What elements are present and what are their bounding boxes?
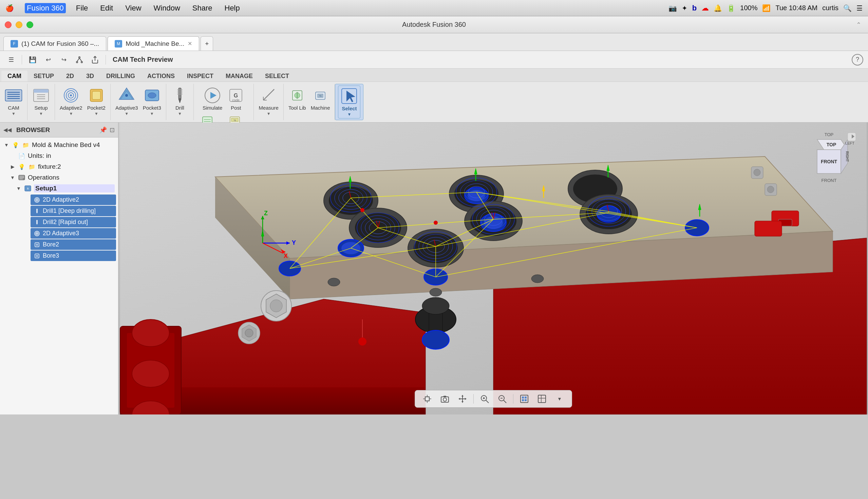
3d-pocket-label: Pocket3 xyxy=(143,105,161,111)
share-button[interactable] xyxy=(89,54,101,65)
tree-operations[interactable]: ▼ Operations xyxy=(0,172,118,183)
svg-point-2 xyxy=(81,61,83,63)
machine-library-label: Machine xyxy=(311,105,330,111)
hamburger-menu-button[interactable]: ☰ xyxy=(5,54,18,65)
undo-button[interactable]: ↩ xyxy=(42,54,54,65)
op-drill1[interactable]: Drill1 [Deep drilling] xyxy=(30,206,116,216)
op-bore3[interactable]: Bore3 xyxy=(30,251,116,261)
tab-new[interactable]: + xyxy=(200,36,213,51)
menu-view[interactable]: View xyxy=(123,3,143,13)
tab-mold[interactable]: M Mold _Machine Be... ✕ xyxy=(108,36,199,51)
measure-icon xyxy=(260,87,277,104)
svg-line-241 xyxy=(504,400,506,403)
ribbon-tab-3d[interactable]: 3D xyxy=(80,71,100,82)
cam-dropdown-arrow: ▼ xyxy=(12,111,16,116)
ribbon-group-3d: Adaptive3 ▼ Pocket3 ▼ xyxy=(111,84,166,120)
operations-expand[interactable]: ▼ xyxy=(10,175,16,180)
close-button[interactable] xyxy=(5,21,12,28)
browser-pin-button[interactable]: 📌 xyxy=(99,126,107,134)
menu-file[interactable]: File xyxy=(74,3,90,13)
bottom-toolbar-sep-2 xyxy=(513,394,513,404)
op-bore3-icon xyxy=(34,253,40,259)
svg-text:LEFT: LEFT xyxy=(845,141,854,145)
op-drill2[interactable]: Drill2 [Rapid out] xyxy=(30,217,116,228)
window-expand[interactable]: ⌃ xyxy=(856,21,861,28)
op-2d-adaptive3[interactable]: 2D Adaptive3 xyxy=(30,228,116,239)
fixture-expand[interactable]: ▶ xyxy=(10,164,16,169)
drill-tool-button[interactable]: Drill ▼ xyxy=(169,85,191,118)
cam-tool-button[interactable]: CAM ▼ xyxy=(3,85,24,118)
op-2d-adaptive2[interactable]: 2D Adaptive2 xyxy=(30,195,116,205)
ribbon-tab-2d[interactable]: 2D xyxy=(60,71,80,82)
camera-button[interactable] xyxy=(438,393,452,405)
3d-adaptive-icon xyxy=(118,87,135,104)
ribbon-tab-drilling[interactable]: DRILLING xyxy=(100,71,141,82)
notification-icon: 🔔 xyxy=(714,4,722,12)
ribbon-tab-cam[interactable]: CAM xyxy=(1,71,27,82)
redo-button[interactable]: ↪ xyxy=(57,54,70,65)
menu-window[interactable]: Window xyxy=(152,3,182,13)
tab-close-button[interactable]: ✕ xyxy=(188,40,192,47)
setup-dropdown: ▼ xyxy=(39,111,43,116)
menu-icon[interactable]: ☰ xyxy=(856,4,863,12)
cam-icon xyxy=(5,87,22,104)
display-dropdown-button[interactable]: ▼ xyxy=(553,393,566,405)
measure-button[interactable]: Measure ▼ xyxy=(257,85,280,118)
search-icon[interactable]: 🔍 xyxy=(843,4,852,12)
post-process-button[interactable]: G code Post xyxy=(225,85,247,112)
3d-adaptive-button[interactable]: Adaptive3 ▼ xyxy=(113,85,140,118)
2d-adaptive-button[interactable]: Adaptive2 ▼ xyxy=(58,85,85,118)
tree-fixture[interactable]: ▶ 💡 📁 fixture:2 xyxy=(0,161,118,172)
battery-percent: 100% xyxy=(740,4,757,12)
help-button[interactable]: ? xyxy=(852,54,863,65)
grid-toggle-button[interactable] xyxy=(535,393,549,405)
tool-library-button[interactable]: Tool Lib xyxy=(286,85,308,112)
svg-point-25 xyxy=(125,94,128,97)
op-bore2-icon xyxy=(34,242,40,248)
svg-point-206 xyxy=(132,360,169,387)
svg-marker-231 xyxy=(461,395,463,397)
fit-view-button[interactable] xyxy=(420,393,434,405)
op-bore2[interactable]: Bore2 xyxy=(30,239,116,250)
ribbon-tab-inspect[interactable]: INSPECT xyxy=(181,71,220,82)
3d-pocket-button[interactable]: Pocket3 ▼ xyxy=(141,85,163,118)
zoom-in-button[interactable] xyxy=(478,393,491,405)
menu-help[interactable]: Help xyxy=(223,3,242,13)
zoom-button[interactable] xyxy=(26,21,33,28)
setup1-expand[interactable]: ▼ xyxy=(16,186,22,191)
tree-root[interactable]: ▼ 💡 📁 Mold & Machine Bed v4 xyxy=(0,139,118,150)
root-expand-icon[interactable]: ▼ xyxy=(3,142,10,148)
pan-button[interactable] xyxy=(456,393,469,405)
tab-cam[interactable]: F (1) CAM for Fusion 360 –... xyxy=(3,36,106,51)
viewport[interactable]: Y Z X xyxy=(119,123,868,414)
ribbon-tab-select[interactable]: SELECT xyxy=(259,71,295,82)
viewcube[interactable]: TOP FRONT RIGHT TOP LEFT FRONT xyxy=(800,129,861,191)
ribbon-group-setup: Setup ▼ xyxy=(27,84,55,120)
save-button[interactable]: 💾 xyxy=(26,54,39,65)
machine-library-button[interactable]: % Machine xyxy=(309,85,332,112)
menu-edit[interactable]: Edit xyxy=(98,3,115,13)
network-button[interactable] xyxy=(73,54,86,65)
browser-back-arrow[interactable]: ◀◀ xyxy=(3,126,12,133)
ribbon-group-inspect: Measure ▼ xyxy=(254,84,283,120)
minimize-button[interactable] xyxy=(16,21,22,28)
select-tool-button[interactable]: Select ▼ xyxy=(338,86,360,119)
zoom-out-button[interactable] xyxy=(495,393,509,405)
simulate-button[interactable]: Simulate xyxy=(200,85,224,112)
drill-icon xyxy=(171,87,189,104)
setup-tool-button[interactable]: Setup ▼ xyxy=(30,85,52,118)
ribbon-tab-setup[interactable]: SETUP xyxy=(27,71,60,82)
ribbon-tab-actions[interactable]: ACTIONS xyxy=(141,71,181,82)
svg-rect-246 xyxy=(524,399,526,401)
2d-pocket-button[interactable]: Pocket2 ▼ xyxy=(85,85,108,118)
browser-title: BROWSER xyxy=(16,126,50,134)
simulate-icon xyxy=(203,87,221,104)
browser-resize-button[interactable]: ⊡ xyxy=(110,126,115,134)
tree-setup1[interactable]: ▼ S Setup1 xyxy=(0,183,118,194)
menu-share[interactable]: Share xyxy=(190,3,214,13)
display-mode-button[interactable] xyxy=(518,393,531,405)
traffic-lights xyxy=(5,21,33,28)
menu-fusion360[interactable]: Fusion 360 xyxy=(25,3,66,13)
ribbon-tab-manage[interactable]: MANAGE xyxy=(220,71,259,82)
apple-menu[interactable]: 🍎 xyxy=(5,4,14,12)
